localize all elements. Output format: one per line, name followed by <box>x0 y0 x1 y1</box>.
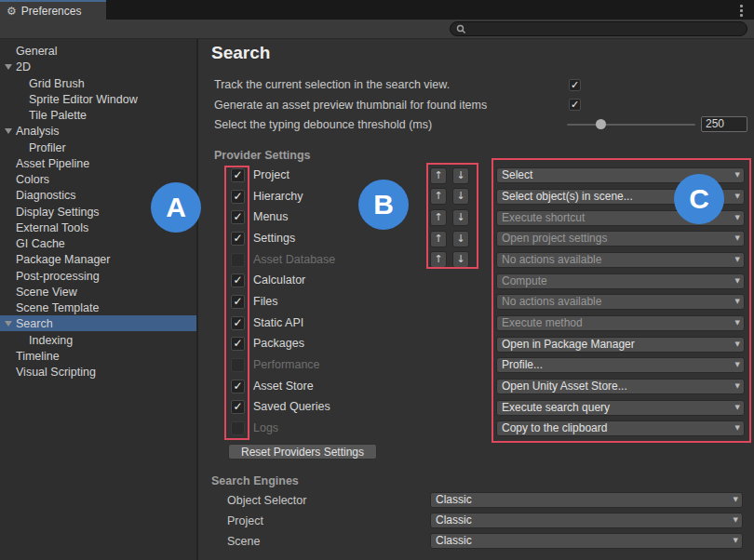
provider-checkbox-menus[interactable] <box>231 210 245 224</box>
provider-checkbox-static-api[interactable] <box>231 316 245 330</box>
sidebar-item-tile-palette[interactable]: Tile Palette <box>0 107 196 123</box>
sidebar-item-timeline[interactable]: Timeline <box>0 348 196 364</box>
sidebar-item-diagnostics[interactable]: Diagnostics <box>0 187 196 203</box>
sidebar-item-general[interactable]: General <box>0 43 196 59</box>
provider-checkbox-performance[interactable] <box>231 358 245 372</box>
preferences-tab[interactable]: ⚙ Preferences <box>0 0 106 20</box>
provider-checkbox-files[interactable] <box>231 295 245 309</box>
chevron-down-icon: ▼ <box>735 235 740 242</box>
debounce-slider[interactable] <box>567 124 695 126</box>
action-dropdown-files[interactable]: No actions available▼ <box>496 294 745 310</box>
chevron-down-icon: ▼ <box>735 278 740 285</box>
action-dropdown-asset-store[interactable]: Open Unity Asset Store...▼ <box>496 379 745 394</box>
move-down-button[interactable]: ↓ <box>452 209 469 226</box>
provider-label: Static API <box>253 316 303 330</box>
track-selection-checkbox[interactable] <box>569 79 581 91</box>
action-dropdown-logs[interactable]: Copy to the clipboard▼ <box>496 420 745 436</box>
move-down-button[interactable]: ↓ <box>452 231 469 247</box>
provider-checkbox-asset-store[interactable] <box>231 380 245 393</box>
action-dropdown-packages[interactable]: Open in Package Manager▼ <box>496 337 745 353</box>
sidebar-item-analysis[interactable]: Analysis <box>0 123 196 139</box>
provider-checkbox-calculator[interactable] <box>231 273 245 287</box>
sidebar-item-indexing[interactable]: Indexing <box>0 332 196 348</box>
move-down-button[interactable]: ↓ <box>452 251 469 268</box>
titlebar: ⚙ Preferences <box>0 0 754 20</box>
sidebar-item-profiler[interactable]: Profiler <box>0 140 196 155</box>
engine-label-project: Project <box>227 513 263 528</box>
foldout-arrow-icon[interactable] <box>5 128 12 134</box>
action-dropdown-hierarchy[interactable]: Select object(s) in scene...▼ <box>496 189 745 205</box>
action-dropdown-static-api[interactable]: Execute method▼ <box>496 315 745 331</box>
move-up-button[interactable]: ↑ <box>430 188 447 205</box>
engine-dropdown-object-selector[interactable]: Classic▼ <box>430 492 743 508</box>
preferences-window: ⚙ Preferences General 2D Grid Brush Spri… <box>0 0 754 560</box>
provider-checkbox-logs[interactable] <box>231 421 245 435</box>
move-down-button[interactable]: ↓ <box>452 167 469 184</box>
provider-checkbox-asset-database[interactable] <box>231 253 245 267</box>
provider-label: Saved Queries <box>253 400 330 414</box>
chevron-down-icon: ▼ <box>735 320 740 327</box>
search-input[interactable] <box>450 21 747 36</box>
sidebar-item-external-tools[interactable]: External Tools <box>0 220 196 235</box>
provider-label: Hierarchy <box>253 190 303 204</box>
sidebar-item-2d[interactable]: 2D <box>0 59 196 74</box>
move-up-button[interactable]: ↑ <box>430 251 447 268</box>
window-title: Preferences <box>21 5 82 18</box>
chevron-down-icon: ▼ <box>734 497 738 503</box>
action-dropdown-asset-database[interactable]: No actions available▼ <box>496 252 745 268</box>
provider-label: Settings <box>253 232 295 246</box>
engine-label-object-selector: Object Selector <box>227 493 306 508</box>
move-down-button[interactable]: ↓ <box>452 188 469 205</box>
sidebar-item-scene-template[interactable]: Scene Template <box>0 300 196 315</box>
option-label-track-selection: Track the current selection in the searc… <box>214 77 450 92</box>
provider-checkbox-project[interactable] <box>231 168 245 182</box>
chevron-down-icon: ▼ <box>735 425 740 432</box>
provider-label: Calculator <box>253 273 305 287</box>
option-label-debounce: Select the typing debounce threshold (ms… <box>214 117 432 132</box>
foldout-arrow-icon[interactable] <box>5 64 12 70</box>
sidebar-item-sprite-editor-window[interactable]: Sprite Editor Window <box>0 91 196 107</box>
kebab-menu-icon[interactable] <box>740 5 743 17</box>
provider-label: Asset Database <box>253 253 335 267</box>
action-dropdown-calculator[interactable]: Compute▼ <box>496 273 745 289</box>
action-dropdown-project[interactable]: Select▼ <box>496 167 745 183</box>
sidebar-item-display-settings[interactable]: Display Settings <box>0 204 196 220</box>
sidebar-item-gi-cache[interactable]: GI Cache <box>0 235 196 251</box>
sidebar-item-asset-pipeline[interactable]: Asset Pipeline <box>0 155 196 171</box>
foldout-arrow-icon[interactable] <box>5 321 12 327</box>
provider-label: Menus <box>253 210 289 224</box>
option-label-asset-preview: Generate an asset preview thumbnail for … <box>214 98 487 113</box>
move-up-button[interactable]: ↑ <box>430 231 447 247</box>
engine-dropdown-scene[interactable]: Classic▼ <box>430 533 743 549</box>
sidebar-item-post-processing[interactable]: Post-processing <box>0 268 196 284</box>
provider-checkbox-packages[interactable] <box>231 337 245 351</box>
chevron-down-icon: ▼ <box>735 193 740 200</box>
toolbar <box>0 20 754 39</box>
chevron-down-icon: ▼ <box>735 383 740 390</box>
sidebar-item-search[interactable]: Search <box>0 315 196 331</box>
sidebar-item-colors[interactable]: Colors <box>0 171 196 187</box>
reset-providers-button[interactable]: Reset Providers Settings <box>228 444 377 460</box>
sidebar-item-grid-brush[interactable]: Grid Brush <box>0 75 196 91</box>
move-up-button[interactable]: ↑ <box>430 209 447 226</box>
sidebar-item-visual-scripting[interactable]: Visual Scripting <box>0 364 196 380</box>
action-dropdown-menus[interactable]: Execute shortcut▼ <box>496 210 745 226</box>
provider-checkbox-saved-queries[interactable] <box>231 400 245 414</box>
debounce-value-field[interactable]: 250 <box>701 116 747 132</box>
asset-preview-checkbox[interactable] <box>569 99 581 111</box>
provider-label: Logs <box>253 421 278 435</box>
action-dropdown-performance[interactable]: Profile...▼ <box>496 357 745 373</box>
action-dropdown-settings[interactable]: Open project settings▼ <box>496 231 745 247</box>
sidebar-item-package-manager[interactable]: Package Manager <box>0 251 196 267</box>
engine-dropdown-project[interactable]: Classic▼ <box>430 513 743 528</box>
debounce-slider-handle[interactable] <box>596 119 606 129</box>
engine-label-scene: Scene <box>227 534 260 549</box>
chevron-down-icon: ▼ <box>735 341 740 348</box>
move-up-button[interactable]: ↑ <box>430 167 447 184</box>
chevron-down-icon: ▼ <box>735 215 740 221</box>
sidebar-item-scene-view[interactable]: Scene View <box>0 284 196 300</box>
provider-checkbox-settings[interactable] <box>231 232 245 246</box>
provider-label: Files <box>253 295 277 309</box>
action-dropdown-saved-queries[interactable]: Execute search query▼ <box>496 400 745 416</box>
provider-checkbox-hierarchy[interactable] <box>231 190 245 204</box>
